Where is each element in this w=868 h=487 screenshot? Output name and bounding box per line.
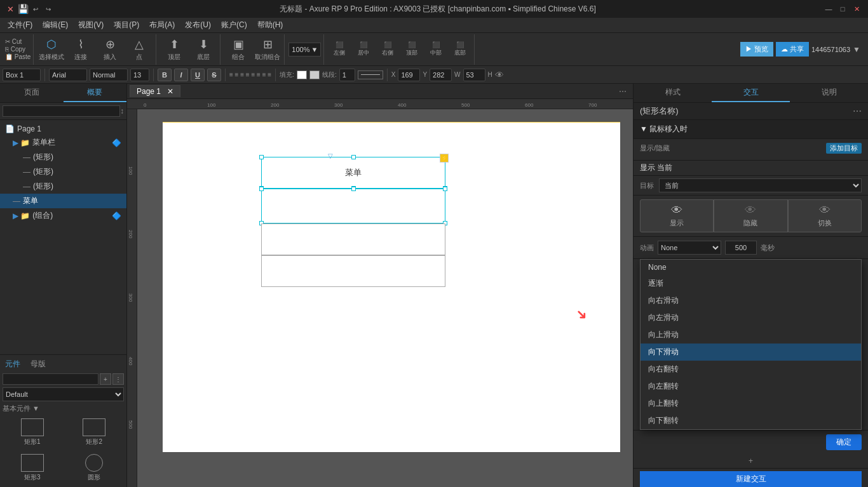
- handle-mid-tl[interactable]: [259, 187, 264, 191]
- handle-tl[interactable]: [259, 155, 264, 159]
- close-tab-icon[interactable]: ✕: [167, 87, 173, 96]
- menu-publish[interactable]: 发布(U): [180, 18, 216, 32]
- anim-duration-input[interactable]: [725, 241, 757, 255]
- hide-btn[interactable]: 👁 隐藏: [714, 199, 787, 232]
- line-style-btn[interactable]: [358, 70, 383, 79]
- tree-group[interactable]: ▶ 📁 (组合) 🔷: [0, 208, 126, 223]
- zoom-control[interactable]: 100% ▼: [288, 43, 321, 57]
- outline-search-input[interactable]: [3, 105, 120, 117]
- tab-notes[interactable]: 说明: [790, 84, 868, 102]
- more-options-icon[interactable]: ⋯: [853, 106, 862, 116]
- anim-option-slide-down[interactable]: 向下滑动: [641, 344, 861, 361]
- toggle-btn[interactable]: 👁 切换: [788, 199, 862, 232]
- size-input[interactable]: [130, 69, 149, 81]
- save-btn[interactable]: 💾: [18, 4, 28, 14]
- y-input[interactable]: [430, 69, 452, 81]
- comp-rect2[interactable]: 矩形2: [65, 416, 125, 449]
- menu-help[interactable]: 帮助(H): [252, 18, 288, 32]
- tree-page1[interactable]: 📄 Page 1: [0, 123, 126, 135]
- handle-mid-tc[interactable]: [351, 187, 356, 191]
- line-width-input[interactable]: [339, 69, 355, 81]
- selector-btn[interactable]: ⬡ 选择模式: [37, 36, 65, 63]
- anim-option-flip-right[interactable]: 向右翻转: [641, 361, 861, 378]
- handle-mid-tr[interactable]: [443, 187, 447, 191]
- comp-circle[interactable]: 圆形: [65, 451, 125, 484]
- cut-btn[interactable]: ✂ Cut: [5, 38, 31, 45]
- close-btn[interactable]: ✕: [850, 3, 863, 15]
- library-select[interactable]: Default: [3, 387, 124, 401]
- menu-file[interactable]: 文件(F): [3, 18, 37, 32]
- comp-more-btn[interactable]: ⋮: [112, 373, 124, 385]
- menubar-add-icon[interactable]: 🔷: [112, 138, 121, 147]
- align-bottom-btn[interactable]: ⬛ 底部: [449, 38, 471, 61]
- fill-color-btn[interactable]: [297, 70, 307, 79]
- strikethrough-btn[interactable]: S: [207, 69, 221, 81]
- menu-view[interactable]: 视图(V): [73, 18, 109, 32]
- underline-btn[interactable]: U: [191, 69, 205, 81]
- tab-components[interactable]: 元件: [3, 357, 23, 371]
- style-input[interactable]: [90, 69, 128, 81]
- align-right-btn[interactable]: ⬛ 右侧: [376, 38, 399, 61]
- align-mid-btn[interactable]: ⬛ 中部: [424, 38, 447, 61]
- tree-rect1[interactable]: — (矩形): [0, 150, 126, 164]
- anim-option-slide-right[interactable]: 向右滑动: [641, 292, 861, 309]
- mouse-enter-header[interactable]: ▼ 鼠标移入时: [634, 120, 868, 139]
- lightning-icon[interactable]: ⚡: [440, 154, 449, 163]
- add-target-btn[interactable]: 添加目标: [826, 143, 862, 154]
- tab-outline[interactable]: 概要: [64, 84, 127, 102]
- tab-pages[interactable]: 页面: [0, 84, 64, 102]
- point-btn[interactable]: △ 点: [125, 36, 153, 63]
- anim-option-none[interactable]: None: [641, 260, 861, 275]
- comp-add-btn[interactable]: +: [100, 373, 111, 385]
- insert-btn[interactable]: ⊕ 插入: [96, 36, 124, 63]
- align-top-btn[interactable]: ⬛ 顶部: [400, 38, 423, 61]
- tree-rect3[interactable]: — (矩形): [0, 179, 126, 194]
- tab-interact[interactable]: 交互: [712, 84, 790, 102]
- target-select[interactable]: 当前: [659, 178, 862, 192]
- add-divider[interactable]: +: [634, 454, 868, 469]
- tree-menu[interactable]: — 菜单: [0, 194, 126, 208]
- menu-edit[interactable]: 编辑(E): [37, 18, 73, 32]
- anim-option-fade[interactable]: 逐渐: [641, 275, 861, 292]
- copy-btn[interactable]: ⎘ Copy: [5, 46, 31, 53]
- widget-name-input[interactable]: [3, 69, 41, 81]
- anim-select[interactable]: None 逐渐 向右滑动 向左滑动 向上滑动 向下滑动 向右翻转 向左翻转 向上…: [658, 241, 721, 255]
- undo-btn[interactable]: ↩: [31, 4, 41, 14]
- redo-btn[interactable]: ↪: [43, 4, 53, 14]
- canvas-expand-btn[interactable]: ⋯: [615, 86, 630, 97]
- ungroup-btn[interactable]: ⊞ 取消组合: [254, 36, 281, 63]
- group-add-icon[interactable]: 🔷: [112, 211, 121, 220]
- menu-account[interactable]: 账户(C): [216, 18, 252, 32]
- visibility-toggle-icon[interactable]: 👁: [495, 70, 504, 80]
- w-input[interactable]: [463, 69, 485, 81]
- align-center-btn[interactable]: ⬛ 居中: [352, 38, 375, 61]
- user-dropdown-icon[interactable]: ▼: [853, 45, 860, 54]
- share-btn[interactable]: ☁ 共享: [776, 42, 809, 57]
- tree-folder-menubar[interactable]: ▶ 📁 菜单栏 🔷: [0, 135, 126, 150]
- new-interaction-btn[interactable]: 新建交互: [640, 471, 862, 487]
- group-btn[interactable]: ▣ 组合: [224, 36, 252, 63]
- comp-rect3[interactable]: 矩形3: [3, 451, 62, 484]
- x-input[interactable]: [398, 69, 420, 81]
- fill-color2-btn[interactable]: [309, 70, 320, 79]
- minimize-btn[interactable]: —: [822, 3, 835, 15]
- italic-btn[interactable]: I: [174, 69, 188, 81]
- anim-option-flip-down[interactable]: 向下翻转: [641, 412, 861, 429]
- bold-btn[interactable]: B: [158, 69, 172, 81]
- bottom-layer-btn[interactable]: ⬇ 底层: [189, 36, 217, 63]
- outline-sort-btn[interactable]: ↕: [120, 107, 124, 116]
- connect-btn[interactable]: ⌇ 连接: [67, 36, 95, 63]
- canvas-tab-page1[interactable]: Page 1 ✕: [130, 85, 180, 97]
- show-btn[interactable]: 👁 显示: [640, 199, 714, 232]
- canvas-scroll[interactable]: ⚡ 菜单 ▽: [137, 109, 633, 487]
- confirm-btn[interactable]: 确定: [826, 434, 862, 450]
- comp-search-input[interactable]: [3, 373, 98, 385]
- anim-option-flip-up[interactable]: 向上翻转: [641, 395, 861, 412]
- menu-layout[interactable]: 布局(A): [144, 18, 180, 32]
- align-left-btn[interactable]: ⬛ 左侧: [328, 38, 351, 61]
- font-input[interactable]: [49, 69, 87, 81]
- tab-masters[interactable]: 母版: [28, 357, 48, 371]
- preview-btn[interactable]: ▶ 预览: [740, 42, 773, 57]
- anim-option-flip-left[interactable]: 向左翻转: [641, 378, 861, 395]
- top-layer-btn[interactable]: ⬆ 顶层: [160, 36, 188, 63]
